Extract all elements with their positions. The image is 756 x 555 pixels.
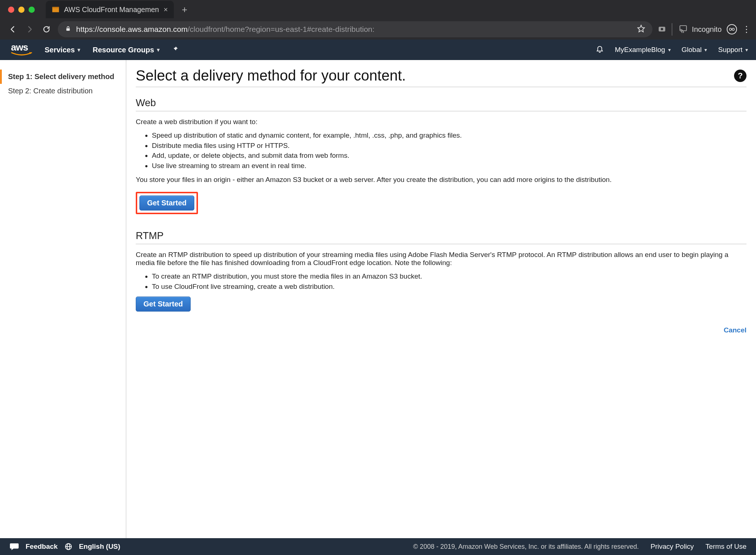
web-bullet-list: Speed up distribution of static and dyna…	[136, 130, 746, 171]
copyright-text: © 2008 - 2019, Amazon Web Services, Inc.…	[413, 543, 639, 551]
caret-down-icon: ▾	[78, 47, 80, 53]
cancel-link[interactable]: Cancel	[724, 326, 746, 334]
svg-rect-2	[66, 28, 70, 31]
nav-region[interactable]: Global▾	[682, 46, 707, 54]
caret-down-icon: ▾	[704, 47, 707, 53]
rtmp-intro-text: Create an RTMP distribution to speed up …	[136, 251, 746, 267]
svg-rect-1	[52, 7, 59, 8]
list-item: Use live streaming to stream an event in…	[152, 161, 746, 171]
sidebar-step-1[interactable]: Step 1: Select delivery method	[0, 70, 126, 84]
wizard-sidebar: Step 1: Select delivery method Step 2: C…	[0, 60, 126, 538]
web-outro-text: You store your files in an origin - eith…	[136, 176, 746, 184]
caret-down-icon: ▾	[157, 47, 160, 53]
bookmark-star-icon[interactable]	[637, 25, 645, 34]
cast-icon[interactable]	[679, 24, 688, 34]
url-host: https://console.aws.amazon.com	[76, 25, 188, 33]
feedback-link[interactable]: Feedback	[26, 543, 58, 551]
minimize-window-icon[interactable]	[18, 7, 25, 13]
forward-button[interactable]	[22, 22, 37, 37]
lock-icon	[65, 25, 71, 34]
feedback-icon	[10, 543, 19, 551]
globe-icon	[64, 543, 72, 551]
back-button[interactable]	[5, 22, 20, 37]
nav-support[interactable]: Support▾	[718, 46, 748, 54]
list-item: To use CloudFront live streaming, create…	[152, 282, 746, 292]
list-item: Distribute media files using HTTP or HTT…	[152, 141, 746, 151]
help-icon[interactable]: ?	[734, 70, 746, 82]
get-started-rtmp-button[interactable]: Get Started	[136, 297, 191, 312]
browser-menu-button[interactable]: ⋮	[742, 24, 751, 34]
close-tab-icon[interactable]: ×	[164, 5, 168, 14]
web-intro-text: Create a web distribution if you want to…	[136, 118, 746, 126]
rtmp-bullet-list: To create an RTMP distribution, you must…	[136, 271, 746, 291]
highlight-box: Get Started	[136, 192, 198, 214]
svg-rect-0	[52, 8, 59, 12]
caret-down-icon: ▾	[745, 47, 748, 53]
section-heading-web: Web	[136, 97, 746, 111]
browser-tab[interactable]: AWS CloudFront Management ×	[46, 1, 174, 18]
close-window-icon[interactable]	[8, 7, 14, 13]
page-title: Select a delivery method for your conten…	[136, 67, 406, 84]
list-item: To create an RTMP distribution, you must…	[152, 271, 746, 282]
section-heading-rtmp: RTMP	[136, 230, 746, 244]
toolbar-divider: │	[668, 23, 677, 35]
url-path: /cloudfront/home?region=us-east-1#create…	[188, 25, 375, 33]
reload-button[interactable]	[39, 22, 54, 37]
nav-resource-groups[interactable]: Resource Groups▾	[93, 46, 160, 54]
nav-services[interactable]: Services▾	[45, 46, 80, 54]
address-bar[interactable]: https://console.aws.amazon.com/cloudfron…	[58, 21, 652, 37]
svg-rect-6	[680, 26, 686, 31]
aws-logo[interactable]: aws	[11, 44, 32, 56]
get-started-web-button[interactable]: Get Started	[139, 195, 194, 211]
nav-account[interactable]: MyExampleBlog▾	[615, 46, 670, 54]
privacy-policy-link[interactable]: Privacy Policy	[651, 543, 694, 551]
notifications-bell-icon[interactable]	[596, 45, 604, 55]
terms-of-use-link[interactable]: Terms of Use	[706, 543, 746, 551]
svg-marker-3	[638, 25, 644, 31]
incognito-icon	[727, 24, 737, 34]
list-item: Add, update, or delete objects, and subm…	[152, 150, 746, 161]
list-item: Speed up distribution of static and dyna…	[152, 130, 746, 141]
tab-title: AWS CloudFront Management	[64, 5, 159, 14]
aws-favicon-icon	[52, 5, 60, 14]
maximize-window-icon[interactable]	[29, 7, 35, 13]
new-tab-button[interactable]: +	[182, 4, 187, 15]
pin-icon[interactable]	[172, 46, 179, 54]
svg-point-7	[729, 28, 731, 30]
sidebar-step-2[interactable]: Step 2: Create distribution	[0, 84, 126, 98]
svg-point-5	[661, 28, 663, 30]
language-selector[interactable]: English (US)	[79, 543, 120, 551]
svg-point-8	[732, 28, 734, 30]
window-controls[interactable]	[0, 7, 42, 13]
extension-camera-icon[interactable]	[658, 24, 666, 34]
incognito-label: Incognito	[692, 25, 722, 34]
caret-down-icon: ▾	[668, 47, 671, 53]
